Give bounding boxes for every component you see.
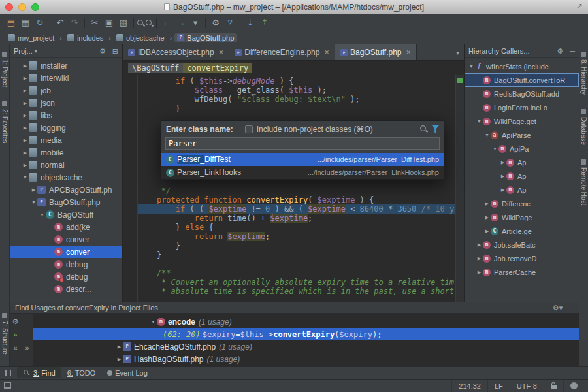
chevron-right-icon[interactable]: ▶ [22,113,29,118]
hierarchy-tree-item[interactable]: ▶CArticle.ge [465,224,579,238]
find-tab-icon[interactable] [24,370,30,376]
hierarchy-tree-item[interactable]: ▶mJob.removeD [465,252,579,265]
project-tree-item[interactable]: ▶job [10,84,122,97]
hierarchy-tree-item[interactable]: mRedisBagOStuff.add [465,87,579,101]
chevron-down-icon[interactable]: ▼ [150,319,157,324]
breadcrumb-item[interactable]: includes [65,33,106,42]
find-icon[interactable] [137,19,145,27]
code-line[interactable] [138,259,455,269]
toolwindow-toggle-icon[interactable] [4,382,11,389]
context-class-chip[interactable]: \BagOStuff [128,63,183,73]
code-line[interactable]: } [138,104,455,113]
replace-icon[interactable] [145,19,154,27]
code-line[interactable]: * absolute time is specified which is in… [138,287,455,296]
chevron-right-icon[interactable]: ▶ [499,174,506,179]
hierarchy-tree-item[interactable]: mLoginForm.incLo [465,101,579,114]
rerun-icon[interactable]: » [10,330,20,340]
chevron-right-icon[interactable]: ▶ [22,125,29,131]
chevron-right-icon[interactable]: ▶ [116,344,123,350]
include-non-project-checkbox[interactable] [245,125,253,133]
project-tree-item[interactable]: ▼objectcache [10,171,122,184]
settings-icon[interactable]: ⚙ [10,317,20,327]
copy-icon[interactable]: ▣ [102,16,116,29]
error-stripe[interactable] [455,75,464,302]
project-tree-item[interactable]: ▶installer [10,59,122,72]
code-line[interactable]: return $exptime; [138,232,455,241]
class-result-row[interactable]: CParser_DiffTest.../includes/parser/Pars… [161,153,444,166]
usage-group-row[interactable]: ▼mencode(1 usage) [33,316,579,328]
line-separator[interactable]: LF [487,380,510,392]
help-icon[interactable]: ? [223,16,237,29]
tool-stripe-button[interactable]: Database [580,109,587,145]
chevron-right-icon[interactable]: ▶ [22,76,29,81]
context-member-chip[interactable]: convertExpiry [183,63,252,73]
settings-icon[interactable]: ⚙ [208,16,223,29]
class-result-row[interactable]: CParser_LinkHooks.../includes/parser/Par… [161,166,444,179]
hierarchy-tree-item[interactable]: ▼ƒwfIncrStats (include [465,59,579,73]
close-icon[interactable]: ✕ [324,49,329,56]
hierarchy-tree-item[interactable]: mBagOStuff.convertToR [465,73,579,87]
chevron-down-icon[interactable]: ▼ [491,146,498,151]
code-line[interactable]: $class = get_class( $this ); [138,86,455,95]
project-tree-item[interactable]: mdescr... [10,283,122,295]
chevron-down-icon[interactable]: ▼ [483,133,491,137]
editor-tab[interactable]: PDifferenceEngine.php✕ [229,44,335,60]
code-line[interactable]: } [138,241,455,250]
hierarchy-tree-item[interactable]: ▼mApiPa [465,142,579,155]
tool-stripe-button[interactable]: 1: Project [1,52,8,87]
code-line[interactable]: return time() + $exptime; [138,214,455,223]
bottom-tab-6-todo[interactable]: 6: TODO [62,367,101,378]
breadcrumb-item[interactable]: objectcache [114,33,167,42]
file-encoding[interactable]: UTF-8 [510,380,544,392]
tool-stripe-button[interactable]: Remote Host [580,159,587,205]
run-config-dropdown-icon[interactable]: ▾ [188,16,203,29]
chevron-right-icon[interactable]: ▶ [22,88,29,93]
expand-all-icon[interactable]: » [22,343,32,353]
code-line[interactable]: } else { [138,223,455,232]
hierarchy-tree-item[interactable]: ▼mWikiPage.get [465,114,579,128]
chevron-right-icon[interactable]: ▶ [22,138,29,143]
chevron-right-icon[interactable]: ▶ [483,215,491,220]
chevron-right-icon[interactable]: ▶ [116,357,123,362]
code-line[interactable]: wfDebug( "$class debug: $text\n" ); [138,95,455,104]
filter-icon[interactable] [432,125,439,133]
filter-icon[interactable] [22,317,32,327]
project-tree-item[interactable]: ▶PAPCBagOStuff.ph [10,184,122,196]
project-tree-item[interactable]: ▶normal [10,159,122,171]
redo-icon[interactable]: ↷ [67,16,82,29]
paste-icon[interactable]: ▧ [116,16,131,29]
hierarchy-tree-item[interactable]: ▶mAp [465,169,579,183]
hide-icon[interactable]: ─ [570,47,575,55]
code-line[interactable]: * Convert an optionally absolute expiry … [138,278,455,287]
tabs-list-icon[interactable]: ▾ [456,49,459,56]
forward-icon[interactable]: → [174,16,188,29]
settings-icon[interactable]: ⚙ [99,47,106,56]
project-tree-item[interactable]: ▶interwiki [10,72,122,84]
close-icon[interactable]: ✕ [406,49,412,56]
project-tree-item[interactable]: ▶logging [10,122,122,134]
tool-stripe-button[interactable]: 2: Favorites [1,101,8,143]
project-tree-item[interactable]: ▶media [10,134,122,146]
project-tree-item[interactable]: madd(ke [10,221,122,233]
usage-row[interactable]: (62: 20) $expiry = $this->convertExpiry(… [33,328,579,340]
hierarchy-tree-item[interactable]: ▶mParserCache [465,265,579,279]
bottom-tab-3-find[interactable]: 3: Find [17,367,61,378]
vcs-commit-icon[interactable]: ⇡ [257,16,272,29]
project-tree-item[interactable]: mconver [10,246,122,258]
project-tree-item[interactable]: ▶mobile [10,146,122,159]
chevron-right-icon[interactable]: ▶ [22,150,29,155]
project-tree-item[interactable]: ▶libs [10,109,122,122]
chevron-right-icon[interactable]: ▶ [476,242,483,248]
tool-stripe-button[interactable]: 7: Structure [1,313,8,355]
code-line[interactable]: protected function convertExpiry( $expti… [138,195,455,204]
synchronize-icon[interactable]: ↻ [33,16,47,29]
breadcrumb-item[interactable]: PBagOStuff.php [174,33,237,42]
chevron-right-icon[interactable]: ▶ [483,201,491,206]
settings-icon[interactable]: ⚙ [557,47,563,56]
close-icon[interactable]: ✕ [219,49,224,56]
code-line[interactable]: /** [138,269,455,278]
usage-group-row[interactable]: ▶PEhcacheBagOStuff.php(1 usage) [33,340,579,353]
caret-position[interactable]: 214:32 [451,380,487,392]
hierarchy-tree-item[interactable]: ▶mDifferenc [465,197,579,210]
titlebar[interactable]: BagOStuff.php – mw_project – [/Applicati… [0,0,588,14]
